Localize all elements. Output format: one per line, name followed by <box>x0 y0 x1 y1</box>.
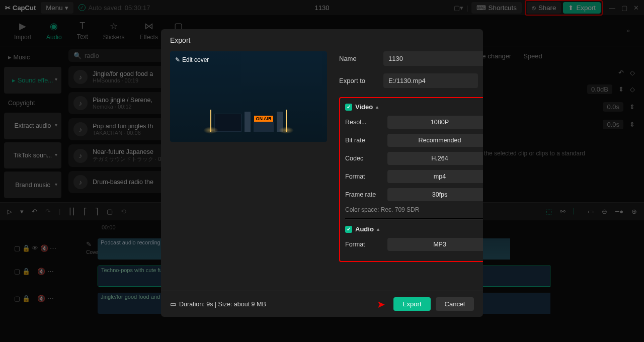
framerate-select[interactable]: 30fps <box>387 188 483 201</box>
exportto-input[interactable] <box>383 73 478 88</box>
cover-preview[interactable]: ✎ Edit cover ON AIR <box>170 51 327 142</box>
resolution-select[interactable]: 1080P <box>387 116 483 129</box>
codec-label: Codec <box>345 155 382 162</box>
onair-badge: ON AIR <box>254 116 273 122</box>
video-checkbox[interactable]: ✓ <box>345 104 352 111</box>
name-label: Name <box>339 55 377 62</box>
name-input[interactable] <box>383 51 483 66</box>
modal-title: Export <box>161 29 483 51</box>
audio-checkbox[interactable]: ✓ <box>345 226 352 233</box>
duration-info: ▭ Duration: 9s | Size: about 9 MB <box>170 300 266 308</box>
bitrate-select[interactable]: Recommended <box>387 134 483 147</box>
export-modal: Export ✎ Edit cover ON AIR Name <box>161 29 483 317</box>
cancel-button[interactable]: Cancel <box>436 297 474 311</box>
arrow-annotation: ➤ <box>377 298 385 310</box>
bitrate-label: Bit rate <box>345 137 382 144</box>
export-button[interactable]: Export <box>393 297 431 311</box>
audio-format-select[interactable]: MP3 <box>387 238 483 251</box>
format-label: Format <box>345 173 382 180</box>
exportto-label: Export to <box>339 77 377 84</box>
resolution-label: Resol... <box>345 119 382 126</box>
framerate-label: Frame rate <box>345 191 382 198</box>
colorspace-text: Color space: Rec. 709 SDR <box>345 206 483 213</box>
format-select[interactable]: mp4 <box>387 170 483 183</box>
audio-section-label: Audio <box>355 225 374 233</box>
codec-select[interactable]: H.264 <box>387 152 483 165</box>
video-section-label: Video <box>355 103 373 111</box>
settings-highlight: ✓Video ▴ Resol...1080P Bit rateRecommend… <box>339 97 483 262</box>
audio-format-label: Format <box>345 241 382 248</box>
edit-cover-button[interactable]: ✎ Edit cover <box>175 56 209 63</box>
